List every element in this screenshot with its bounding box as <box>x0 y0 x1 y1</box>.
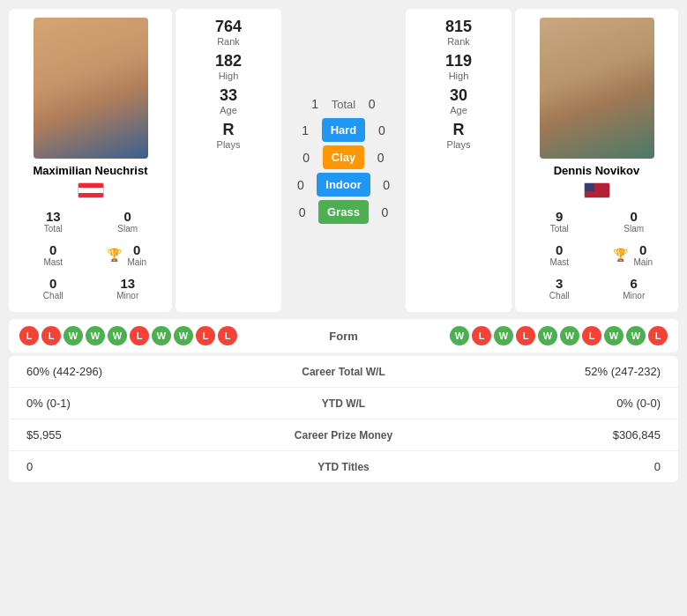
player1-middle-card: 764 Rank 182 High 33 Age R Plays <box>175 9 281 312</box>
player2-total: 9 Total <box>524 206 595 236</box>
grass-badge: Grass <box>318 200 369 224</box>
player2-rank-stat: 815 Rank <box>445 18 472 47</box>
austria-flag-icon <box>78 182 104 198</box>
form-badge-w: W <box>494 326 513 345</box>
player1-high-stat: 182 High <box>215 52 242 81</box>
grass-row: 0 Grass 0 <box>291 200 396 224</box>
ytd-wl-row: 0% (0-1) YTD W/L 0% (0-0) <box>9 388 678 419</box>
form-badge-l: L <box>516 326 535 345</box>
stats-rows: 60% (442-296) Career Total W/L 52% (247-… <box>9 356 678 482</box>
form-badge-l: L <box>472 326 491 345</box>
indoor-badge: Indoor <box>317 173 370 197</box>
player1-trophy-row: 🏆 0 Main <box>93 240 164 270</box>
form-badge-w: W <box>538 326 557 345</box>
hard-row: 1 Hard 0 <box>295 118 393 142</box>
player1-name: Maximilian Neuchrist <box>33 164 147 177</box>
player1-slam: 0 Slam <box>93 206 164 236</box>
prize-row: $5,955 Career Prize Money $306,845 <box>9 419 678 451</box>
form-badge-w: W <box>108 326 127 345</box>
player2-main: 0 Main <box>631 240 654 270</box>
player2-form-badges: WLWLWWLWWL <box>450 326 668 345</box>
player2-stats: 9 Total 0 Slam 0 Mast 🏆 0 Main <box>524 206 669 303</box>
player2-name: Dennis Novikov <box>554 164 640 177</box>
form-badge-l: L <box>582 326 601 345</box>
player2-chall: 3 Chall <box>524 273 595 303</box>
player1-stats: 13 Total 0 Slam 0 Mast 🏆 0 Main <box>18 206 163 303</box>
main-container: Maximilian Neuchrist 13 Total 0 Slam 0 M… <box>0 0 687 491</box>
player2-mast: 0 Mast <box>524 240 595 270</box>
player2-trophy-row: 🏆 0 Main <box>599 240 670 270</box>
form-badge-w: W <box>174 326 193 345</box>
player1-photo <box>34 18 148 159</box>
player2-minor: 6 Minor <box>599 273 670 303</box>
form-badge-l: L <box>218 326 237 345</box>
player2-flag <box>584 181 610 199</box>
hard-badge: Hard <box>322 118 366 142</box>
top-section: Maximilian Neuchrist 13 Total 0 Slam 0 M… <box>9 9 678 312</box>
player2-photo <box>540 18 654 159</box>
player1-age-stat: 33 Age <box>220 86 237 115</box>
player2-plays-stat: R Plays <box>447 121 471 150</box>
player1-mast: 0 Mast <box>18 240 89 270</box>
clay-row: 0 Clay 0 <box>295 145 392 169</box>
usa-flag-icon <box>584 182 610 198</box>
trophy-icon-2: 🏆 <box>613 248 628 262</box>
form-badge-w: W <box>152 326 171 345</box>
form-badge-w: W <box>626 326 646 345</box>
form-badge-w: W <box>86 326 105 345</box>
player1-flag <box>78 181 104 199</box>
player2-slam: 0 Slam <box>599 206 670 236</box>
player1-rank-stat: 764 Rank <box>215 18 242 47</box>
clay-badge: Clay <box>323 145 364 169</box>
player2-high-stat: 119 High <box>445 52 472 81</box>
player1-form-badges: LLWWWLWWLL <box>19 326 237 345</box>
form-badge-w: W <box>63 326 83 345</box>
player1-plays-stat: R Plays <box>217 121 241 150</box>
form-badge-l: L <box>648 326 668 345</box>
form-section: LLWWWLWWLL Form WLWLWWLWWL <box>9 319 678 353</box>
indoor-row: 0 Indoor 0 <box>289 173 397 197</box>
form-badge-l: L <box>196 326 215 345</box>
center-section: 1 Total 0 1 Hard 0 0 Clay 0 0 Indoor 0 0 <box>285 9 402 312</box>
player2-age-stat: 30 Age <box>450 86 467 115</box>
form-badge-w: W <box>604 326 624 345</box>
player1-total: 13 Total <box>18 206 89 236</box>
total-row: 1 Total 0 <box>304 97 383 111</box>
form-badge-w: W <box>450 326 469 345</box>
player1-chall: 0 Chall <box>18 273 89 303</box>
form-badge-l: L <box>19 326 39 345</box>
player1-main: 0 Main <box>125 240 148 270</box>
form-badge-w: W <box>560 326 579 345</box>
form-badge-l: L <box>41 326 61 345</box>
titles-row: 0 YTD Titles 0 <box>9 451 678 482</box>
player1-minor: 13 Minor <box>93 273 164 303</box>
form-badge-l: L <box>130 326 149 345</box>
form-label: Form <box>244 330 443 343</box>
player1-card: Maximilian Neuchrist 13 Total 0 Slam 0 M… <box>9 9 172 312</box>
trophy-icon: 🏆 <box>107 248 122 262</box>
player2-card: Dennis Novikov 9 Total 0 Slam 0 Mast <box>515 9 678 312</box>
career-wl-row: 60% (442-296) Career Total W/L 52% (247-… <box>9 356 678 388</box>
player2-right-card: 815 Rank 119 High 30 Age R Plays <box>406 9 512 312</box>
